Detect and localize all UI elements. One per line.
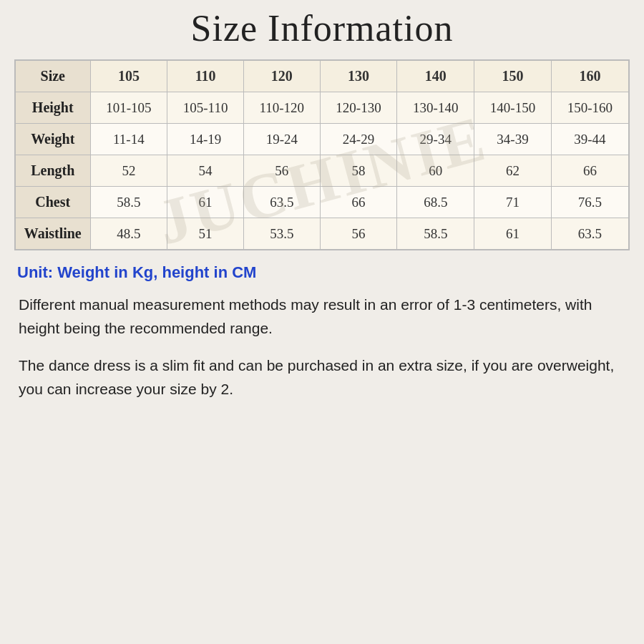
table-cell: 52 [90, 155, 167, 187]
table-cell: 140-150 [474, 92, 552, 124]
description-2: The dance dress is a slim fit and can be… [14, 354, 630, 401]
table-cell: 76.5 [551, 187, 629, 218]
table-cell: 56 [243, 155, 320, 187]
table-cell: 66 [320, 187, 397, 218]
page-title: Size Information [14, 7, 630, 49]
table-cell: 105-110 [167, 92, 244, 124]
row-label: Weight [15, 124, 90, 155]
table-cell: 56 [320, 218, 397, 250]
table-cell: 54 [167, 155, 244, 187]
table-header-cell: Size [15, 60, 90, 92]
row-label: Height [15, 92, 90, 124]
table-row: Length52545658606266 [15, 155, 629, 187]
table-header-cell: 150 [474, 60, 552, 92]
table-row: Chest58.56163.56668.57176.5 [15, 187, 629, 218]
table-header-cell: 105 [90, 60, 167, 92]
table-cell: 29-34 [397, 124, 474, 155]
row-label: Waistline [15, 218, 90, 250]
page-wrapper: JUCHINIE Size Information Size1051101201… [0, 0, 644, 644]
table-cell: 58 [320, 155, 397, 187]
table-cell: 48.5 [90, 218, 167, 250]
row-label: Length [15, 155, 90, 187]
table-cell: 110-120 [243, 92, 320, 124]
table-header-cell: 110 [167, 60, 244, 92]
table-cell: 62 [474, 155, 552, 187]
table-cell: 39-44 [551, 124, 629, 155]
table-cell: 60 [397, 155, 474, 187]
table-cell: 61 [474, 218, 552, 250]
table-header-cell: 130 [320, 60, 397, 92]
unit-text: Unit: Weight in Kg, height in CM [17, 263, 630, 282]
table-cell: 71 [474, 187, 552, 218]
table-cell: 66 [551, 155, 629, 187]
table-cell: 11-14 [90, 124, 167, 155]
table-cell: 68.5 [397, 187, 474, 218]
size-table: Size105110120130140150160Height101-10510… [14, 59, 630, 250]
description-1: Different manual measurement methods may… [14, 293, 630, 340]
table-cell: 150-160 [551, 92, 629, 124]
table-row: Waistline48.55153.55658.56163.5 [15, 218, 629, 250]
table-header-cell: 120 [243, 60, 320, 92]
table-row: Weight11-1414-1919-2424-2929-3434-3939-4… [15, 124, 629, 155]
table-cell: 24-29 [320, 124, 397, 155]
row-label: Chest [15, 187, 90, 218]
table-cell: 14-19 [167, 124, 244, 155]
table-cell: 63.5 [551, 218, 629, 250]
table-cell: 19-24 [243, 124, 320, 155]
table-cell: 101-105 [90, 92, 167, 124]
table-cell: 34-39 [474, 124, 552, 155]
table-cell: 61 [167, 187, 244, 218]
table-cell: 63.5 [243, 187, 320, 218]
table-cell: 53.5 [243, 218, 320, 250]
table-cell: 58.5 [90, 187, 167, 218]
table-cell: 51 [167, 218, 244, 250]
table-header-cell: 140 [397, 60, 474, 92]
table-row: Height101-105105-110110-120120-130130-14… [15, 92, 629, 124]
table-cell: 58.5 [397, 218, 474, 250]
table-cell: 130-140 [397, 92, 474, 124]
table-header-cell: 160 [551, 60, 629, 92]
table-cell: 120-130 [320, 92, 397, 124]
